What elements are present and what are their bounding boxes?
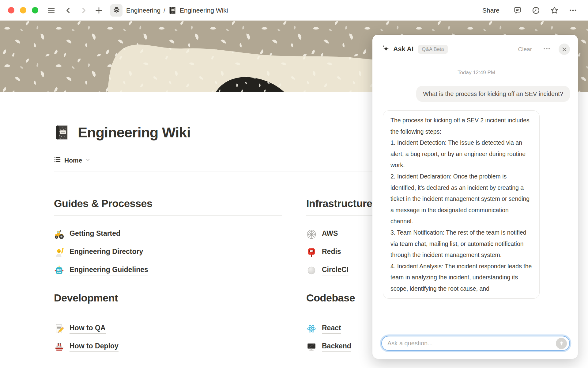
favorite-button[interactable] xyxy=(547,4,562,17)
page-link-backend[interactable]: Backend xyxy=(306,340,351,353)
robot-icon xyxy=(54,265,64,276)
ship-icon xyxy=(54,342,64,352)
bulleted-list-icon xyxy=(54,156,61,164)
page-link-label: Getting Started xyxy=(70,229,120,239)
page-link-label: How to Deploy xyxy=(70,342,119,352)
breadcrumb: Engineering / Engineering Wiki xyxy=(126,6,228,14)
page-link-label: Backend xyxy=(322,342,351,352)
chevron-left-icon xyxy=(65,6,72,14)
ask-ai-conversation: Today 12:49 PM What is the process for k… xyxy=(372,56,578,333)
layers-icon xyxy=(113,6,120,15)
spider-web-icon xyxy=(306,229,317,240)
chevron-right-icon xyxy=(80,6,87,14)
page-link-how-to-deploy[interactable]: How to Deploy xyxy=(54,340,119,353)
tab-home[interactable]: Home xyxy=(54,156,90,164)
traffic-lights xyxy=(8,7,38,13)
close-panel-button[interactable] xyxy=(559,44,570,55)
more-options-button[interactable] xyxy=(541,43,552,56)
close-icon xyxy=(562,47,567,52)
ask-ai-panel: Ask AI Q&A Beta Clear Today 12:49 PM Wha… xyxy=(372,35,578,359)
breadcrumb-separator: / xyxy=(164,7,165,14)
ask-ai-title: Ask AI xyxy=(393,45,413,53)
page-link-circleci[interactable]: CircleCI xyxy=(306,264,349,277)
page-link-redis[interactable]: Redis xyxy=(306,246,341,259)
comment-icon xyxy=(513,6,522,15)
page-options-button[interactable] xyxy=(566,4,580,17)
page-link-label: CircleCI xyxy=(322,266,349,275)
page-link-engineering-guidelines[interactable]: Engineering Guidelines xyxy=(54,264,148,277)
desktop-computer-icon xyxy=(306,342,317,352)
comments-button[interactable] xyxy=(511,4,525,17)
window-toolbar: Engineering / Engineering Wiki Share xyxy=(0,0,588,21)
ask-question-field[interactable] xyxy=(381,336,570,351)
memo-icon xyxy=(54,324,64,334)
white-circle-icon xyxy=(306,265,317,276)
breadcrumb-page[interactable]: Engineering Wiki xyxy=(180,7,228,14)
toolbar-right-group: Share xyxy=(482,4,580,17)
page-link-engineering-directory[interactable]: Engineering Directory xyxy=(54,246,143,259)
section-divider xyxy=(54,215,282,216)
star-icon xyxy=(550,6,559,15)
tab-home-label: Home xyxy=(64,157,82,164)
section-development: Development How to QA xyxy=(54,292,282,353)
minimize-window-button[interactable] xyxy=(20,7,26,13)
plus-icon xyxy=(95,6,103,15)
ellipsis-icon xyxy=(569,6,577,15)
arrow-up-icon xyxy=(559,340,564,346)
page-link-label: Engineering Directory xyxy=(70,247,143,257)
page-title: Engineering Wiki xyxy=(78,124,190,141)
share-button[interactable]: Share xyxy=(482,7,499,14)
ask-question-input[interactable] xyxy=(387,340,556,347)
sidebar-menu-button[interactable] xyxy=(44,4,58,17)
page-link-how-to-qa[interactable]: How to QA xyxy=(54,322,106,335)
ai-answer-bubble: The process for kicking off a SEV 2 inci… xyxy=(383,110,540,299)
section-title: Development xyxy=(54,292,282,304)
back-button[interactable] xyxy=(62,4,75,17)
chevron-down-icon xyxy=(85,157,90,163)
page-link-label: How to QA xyxy=(70,324,106,334)
clear-button[interactable]: Clear xyxy=(516,45,534,54)
person-raising-hand-icon xyxy=(54,247,64,258)
notebook-icon[interactable] xyxy=(54,124,70,141)
page-link-label: AWS xyxy=(322,229,338,239)
conversation-timestamp: Today 12:49 PM xyxy=(383,70,570,76)
section-title: Guides & Processes xyxy=(54,197,282,209)
page-link-label: Engineering Guidelines xyxy=(70,266,148,275)
hamburger-menu-icon xyxy=(47,6,55,14)
breadcrumb-teamspace[interactable]: Engineering xyxy=(126,7,160,14)
ask-ai-input-area xyxy=(372,333,578,359)
qa-beta-badge: Q&A Beta xyxy=(418,45,447,54)
page-link-aws[interactable]: AWS xyxy=(306,228,338,241)
postbox-icon xyxy=(306,247,317,258)
teamspace-icon-box[interactable] xyxy=(110,4,123,17)
tractor-icon xyxy=(54,229,64,240)
user-question-bubble: What is the process for kicking off an S… xyxy=(416,86,570,102)
page-link-label: React xyxy=(322,324,341,334)
react-icon xyxy=(306,324,317,334)
updates-button[interactable] xyxy=(529,4,543,17)
section-divider xyxy=(54,310,282,310)
new-page-button[interactable] xyxy=(92,4,106,17)
column-left: Guides & Processes Getting Started xyxy=(54,197,282,353)
notebook-icon xyxy=(168,6,177,14)
sparkle-icon xyxy=(382,44,390,54)
page-link-react[interactable]: React xyxy=(306,322,341,335)
send-button[interactable] xyxy=(556,338,567,349)
section-guides-processes: Guides & Processes Getting Started xyxy=(54,197,282,277)
close-window-button[interactable] xyxy=(8,7,14,13)
clock-icon xyxy=(532,6,540,15)
forward-button[interactable] xyxy=(77,4,90,17)
ellipsis-icon xyxy=(543,45,551,52)
page-link-getting-started[interactable]: Getting Started xyxy=(54,228,120,241)
zoom-window-button[interactable] xyxy=(32,7,38,13)
ask-ai-header: Ask AI Q&A Beta Clear xyxy=(372,35,578,56)
page-link-label: Redis xyxy=(322,247,341,257)
